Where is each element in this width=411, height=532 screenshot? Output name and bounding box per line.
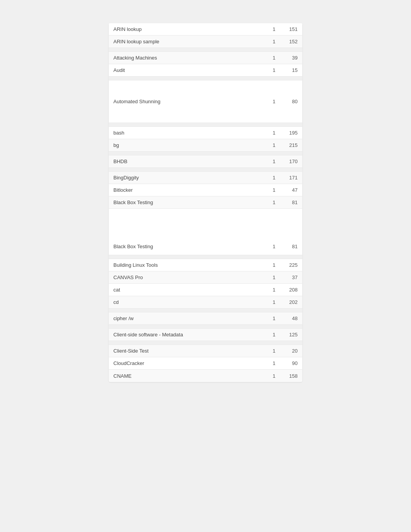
table-row: CloudCracker190 [109,357,302,370]
table-row [109,255,302,259]
table-row [109,152,302,155]
table-row: CNAME1158 [109,370,302,382]
table-row [109,123,302,127]
page-container: ARIN lookup1151ARIN lookup sample1152Att… [0,0,411,532]
table-wrapper: ARIN lookup1151ARIN lookup sample1152Att… [109,23,302,382]
table-row [109,48,302,52]
row-name: Black Box Testing [112,241,268,252]
row-count2: 48 [280,313,299,324]
row-count1: 1 [268,329,280,340]
table-row: BHDB1170 [109,155,302,168]
row-count1: 1 [268,185,280,195]
table-row: cd1202 [109,296,302,309]
table-row [109,309,302,312]
row-count1: 1 [268,313,280,324]
row-name: BingDiggity [112,172,268,183]
row-count1: 1 [268,53,280,63]
row-name: ARIN lookup sample [112,36,268,47]
row-name: CNAME [112,371,268,381]
table-row: ARIN lookup1151 [109,23,302,36]
row-count2: 158 [280,371,299,381]
row-count2: 151 [280,24,299,34]
row-count1: 1 [268,346,280,356]
row-count1: 1 [268,297,280,307]
row-count2: 81 [280,197,299,208]
row-count2: 39 [280,53,299,63]
row-count1: 1 [268,24,280,34]
row-count1: 1 [268,272,280,283]
row-name: CloudCracker [112,358,268,368]
table-row: cipher /w148 [109,312,302,325]
row-name: cd [112,297,268,307]
table-row: Black Box Testing181 [109,196,302,209]
row-count2: 81 [280,241,299,252]
row-count2: 47 [280,185,299,195]
row-name: bash [112,128,268,138]
table-row: Client-side software - Metadata1125 [109,329,302,341]
table-row: Audit115 [109,64,302,77]
table-row [109,77,302,80]
row-count1: 1 [268,96,280,107]
table-row [109,325,302,329]
row-count1: 1 [268,140,280,150]
row-count1: 1 [268,128,280,138]
row-count1: 1 [268,371,280,381]
row-count1: 1 [268,36,280,47]
row-count1: 1 [268,65,280,75]
row-name: Client-side software - Metadata [112,329,268,340]
row-count1: 1 [268,260,280,270]
row-count2: 225 [280,260,299,270]
row-count2: 152 [280,36,299,47]
row-count1: 1 [268,156,280,167]
row-count2: 37 [280,272,299,283]
table-row: BingDiggity1171 [109,172,302,184]
row-name: BHDB [112,156,268,167]
table-row: Black Box Testing181 [109,209,302,255]
row-count2: 15 [280,65,299,75]
table-row: ARIN lookup sample1152 [109,36,302,48]
table-row: bash1195 [109,127,302,139]
row-count2: 20 [280,346,299,356]
row-name: Automated Shunning [112,96,268,107]
row-name: cipher /w [112,313,268,324]
row-count2: 215 [280,140,299,150]
row-count2: 170 [280,156,299,167]
table-row: Building Linux Tools1225 [109,259,302,271]
row-count1: 1 [268,241,280,252]
table-row [109,341,302,345]
table-row [109,168,302,172]
row-count2: 90 [280,358,299,368]
row-count1: 1 [268,172,280,183]
row-name: CANVAS Pro [112,272,268,283]
row-name: Building Linux Tools [112,260,268,270]
table-row: CANVAS Pro137 [109,271,302,284]
row-name: Bitlocker [112,185,268,195]
row-count2: 195 [280,128,299,138]
row-count2: 125 [280,329,299,340]
table-row: Automated Shunning180 [109,80,302,123]
row-count2: 202 [280,297,299,307]
row-count2: 80 [280,96,299,107]
row-name: Black Box Testing [112,197,268,208]
table-row: bg1215 [109,139,302,152]
row-name: ARIN lookup [112,24,268,34]
row-count1: 1 [268,197,280,208]
table-row: cat1208 [109,284,302,296]
row-count1: 1 [268,358,280,368]
row-count2: 208 [280,285,299,295]
table-row: Client-Side Test120 [109,345,302,357]
table-row: Bitlocker147 [109,184,302,196]
row-name: Client-Side Test [112,346,268,356]
row-name: bg [112,140,268,150]
table-row: Attacking Machines139 [109,52,302,64]
row-count2: 171 [280,172,299,183]
row-name: Audit [112,65,268,75]
row-name: cat [112,285,268,295]
row-name: Attacking Machines [112,53,268,63]
row-count1: 1 [268,285,280,295]
